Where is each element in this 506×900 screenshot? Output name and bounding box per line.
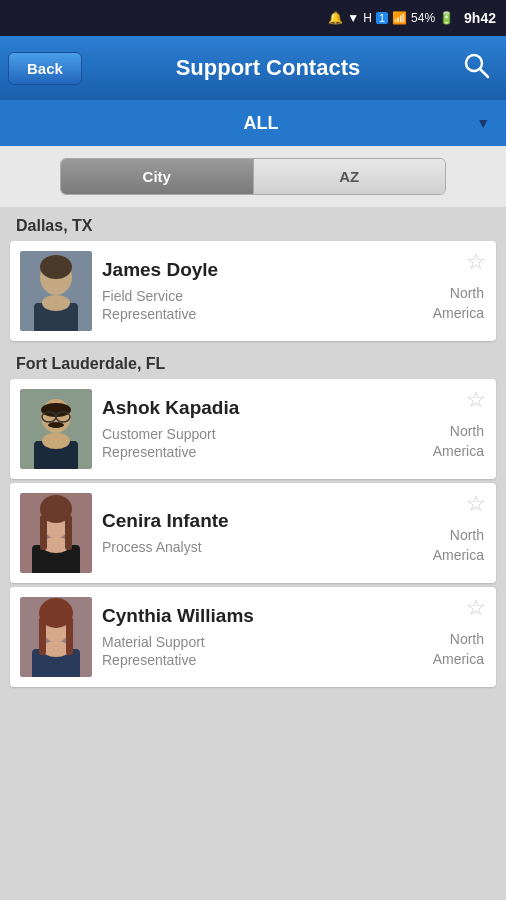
contact-region: NorthAmerica (424, 422, 484, 461)
contacts-list: Dallas, TX James Doyle Field ServiceRepr… (0, 207, 506, 900)
contact-name: James Doyle (102, 259, 414, 281)
svg-rect-21 (40, 515, 47, 550)
search-icon (462, 51, 490, 79)
svg-point-5 (42, 295, 70, 311)
contact-region: NorthAmerica (424, 630, 484, 669)
svg-point-12 (48, 422, 64, 428)
status-icons: 🔔 ▼ H 1 📶 54% 🔋 9h42 (328, 10, 496, 26)
page-title: Support Contacts (82, 55, 454, 81)
star-button-james-doyle[interactable]: ☆ (466, 251, 486, 273)
contact-card-ashok-kapadia[interactable]: Ashok Kapadia Customer SupportRepresenta… (10, 379, 496, 479)
status-time: 9h42 (464, 10, 496, 26)
contact-info-ashok-kapadia: Ashok Kapadia Customer SupportRepresenta… (92, 397, 424, 461)
svg-rect-29 (66, 617, 73, 655)
contact-name: Cynthia Williams (102, 605, 414, 627)
contact-info-james-doyle: James Doyle Field ServiceRepresentative (92, 259, 424, 323)
network-icon: H (363, 11, 372, 25)
tab-az[interactable]: AZ (254, 159, 446, 194)
signal-bars-icon: 📶 (392, 11, 407, 25)
section-header-dallas: Dallas, TX (0, 207, 506, 241)
contact-name: Ashok Kapadia (102, 397, 414, 419)
battery-icon: 🔋 (439, 11, 454, 25)
filter-label: ALL (46, 113, 476, 134)
card-right: ☆ NorthAmerica (424, 498, 484, 568)
contact-card-cenira-infante[interactable]: Cenira Infante Process Analyst ☆ NorthAm… (10, 483, 496, 583)
sim-icon: 1 (376, 12, 388, 24)
filter-bar[interactable]: ALL ▼ (0, 100, 506, 146)
contact-region: NorthAmerica (424, 526, 484, 565)
back-button[interactable]: Back (8, 52, 82, 85)
svg-line-1 (480, 69, 488, 77)
tab-city[interactable]: City (61, 159, 253, 194)
card-right: ☆ NorthAmerica (424, 394, 484, 464)
signal-icon: ▼ (347, 11, 359, 25)
svg-point-10 (42, 433, 70, 449)
contact-role: Customer SupportRepresentative (102, 425, 414, 461)
section-header-fort-lauderdale: Fort Lauderdale, FL (0, 345, 506, 379)
avatar-ashok-kapadia (20, 389, 92, 469)
avatar-james-doyle (20, 251, 92, 331)
svg-rect-22 (65, 515, 72, 550)
card-right: ☆ NorthAmerica (424, 256, 484, 326)
svg-point-6 (40, 255, 72, 279)
contact-name: Cenira Infante (102, 510, 414, 532)
battery-label: 54% (411, 11, 435, 25)
contact-role: Field ServiceRepresentative (102, 287, 414, 323)
contact-role: Material SupportRepresentative (102, 633, 414, 669)
chevron-down-icon: ▼ (476, 115, 490, 131)
search-button[interactable] (454, 47, 498, 89)
avatar-cenira-infante (20, 493, 92, 573)
contact-region: NorthAmerica (424, 284, 484, 323)
tabs-container: City AZ (60, 158, 446, 195)
contact-role: Process Analyst (102, 538, 414, 556)
star-button-cynthia-williams[interactable]: ☆ (466, 597, 486, 619)
svg-rect-28 (39, 617, 46, 655)
avatar-cynthia-williams (20, 597, 92, 677)
contact-info-cenira-infante: Cenira Infante Process Analyst (92, 510, 424, 556)
notification-icon: 🔔 (328, 11, 343, 25)
contact-card-james-doyle[interactable]: James Doyle Field ServiceRepresentative … (10, 241, 496, 341)
status-bar: 🔔 ▼ H 1 📶 54% 🔋 9h42 (0, 0, 506, 36)
star-button-cenira-infante[interactable]: ☆ (466, 493, 486, 515)
sort-tabs-container: City AZ (0, 146, 506, 207)
contact-card-cynthia-williams[interactable]: Cynthia Williams Material SupportReprese… (10, 587, 496, 687)
card-right: ☆ NorthAmerica (424, 602, 484, 672)
svg-point-26 (42, 641, 70, 657)
header: Back Support Contacts (0, 36, 506, 100)
star-button-ashok-kapadia[interactable]: ☆ (466, 389, 486, 411)
contact-info-cynthia-williams: Cynthia Williams Material SupportReprese… (92, 605, 424, 669)
